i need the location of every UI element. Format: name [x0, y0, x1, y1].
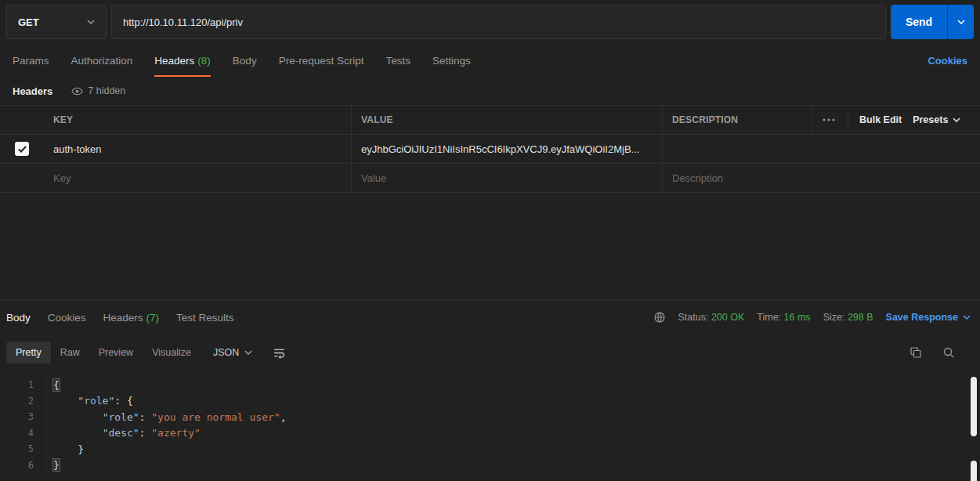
- view-tab-preview[interactable]: Preview: [89, 342, 143, 363]
- presets-dropdown[interactable]: Presets: [913, 114, 960, 125]
- tab-settings[interactable]: Settings: [432, 44, 471, 77]
- view-tab-pretty[interactable]: Pretty: [6, 342, 51, 363]
- send-button[interactable]: Send: [891, 5, 947, 39]
- cookies-link[interactable]: Cookies: [928, 55, 967, 67]
- chevron-down-icon: [953, 118, 960, 122]
- bulk-edit-button[interactable]: Bulk Edit: [859, 114, 902, 125]
- chevron-down-icon: [957, 20, 965, 24]
- header-key-text: auth-token: [53, 143, 101, 155]
- code-text: "role": "you are normal user",: [47, 411, 286, 423]
- send-options-button[interactable]: [947, 5, 974, 39]
- line-number: 4: [0, 425, 47, 442]
- response-tab-body[interactable]: Body: [6, 312, 31, 324]
- format-dropdown[interactable]: JSON: [213, 347, 252, 358]
- line-number: 2: [0, 393, 47, 410]
- tab-pre-request-script[interactable]: Pre-request Script: [279, 44, 364, 77]
- value-input[interactable]: [361, 172, 653, 184]
- size-badge: Size: 298 B: [823, 312, 873, 323]
- response-tab-cookies[interactable]: Cookies: [48, 312, 86, 324]
- scrollbar-thumb[interactable]: [971, 461, 977, 481]
- tab-label: Cookies: [48, 312, 86, 324]
- request-tabs: ParamsAuthorizationHeaders(8)BodyPre-req…: [0, 44, 980, 77]
- hidden-headers-label: 7 hidden: [88, 85, 125, 96]
- column-header-description: DESCRIPTION: [662, 106, 811, 134]
- method-label: GET: [18, 16, 39, 28]
- line-number: 6: [0, 457, 47, 474]
- save-response-button[interactable]: Save Response: [886, 312, 971, 323]
- request-url-bar: GET Send: [0, 0, 980, 44]
- table-row: auth-token eyJhbGciOiJIUzI1NiIsInR5cCI6I…: [0, 135, 980, 164]
- copy-icon[interactable]: [909, 346, 922, 359]
- tab-label: Params: [13, 55, 49, 67]
- hidden-headers-toggle[interactable]: 7 hidden: [71, 85, 125, 97]
- placeholder-value-cell[interactable]: [351, 164, 662, 192]
- code-text: }: [47, 459, 60, 471]
- tab-headers[interactable]: Headers(8): [154, 44, 211, 77]
- headers-meta-row: Headers 7 hidden: [0, 77, 980, 105]
- send-group: Send: [891, 5, 974, 39]
- code-text: {: [47, 379, 60, 391]
- wrap-lines-icon[interactable]: [269, 343, 289, 363]
- request-body-spacer: [0, 193, 980, 299]
- more-options-icon[interactable]: [821, 115, 837, 125]
- response-meta: Status: 200 OK Time: 16 ms Size: 298 B S…: [653, 311, 971, 324]
- divider: [848, 114, 848, 126]
- url-input[interactable]: [111, 5, 886, 39]
- presets-label: Presets: [913, 114, 948, 125]
- tab-count: (8): [197, 55, 211, 67]
- view-tab-raw[interactable]: Raw: [51, 342, 89, 363]
- placeholder-description-cell[interactable]: [662, 164, 980, 192]
- tab-label: Test Results: [176, 312, 234, 324]
- method-select[interactable]: GET: [6, 5, 107, 39]
- code-text: "desc": "azerty": [47, 427, 201, 439]
- line-number: 1: [0, 377, 47, 393]
- response-tab-test-results[interactable]: Test Results: [176, 312, 234, 324]
- response-tools: [909, 346, 974, 359]
- code-line: 4 "desc": "azerty": [0, 425, 980, 442]
- tab-params[interactable]: Params: [13, 44, 49, 77]
- tab-label: Authorization: [71, 55, 133, 67]
- description-input[interactable]: [672, 172, 971, 184]
- column-header-value: VALUE: [351, 106, 662, 134]
- header-key-cell[interactable]: auth-token: [44, 135, 351, 163]
- tab-label: Tests: [385, 55, 410, 67]
- code-line: 1{: [0, 377, 980, 393]
- status-badge: Status: 200 OK: [678, 312, 745, 323]
- chevron-down-icon: [244, 350, 252, 355]
- response-body-code[interactable]: 1{2 "role": {3 "role": "you are normal u…: [0, 371, 980, 481]
- headers-table: KEY VALUE DESCRIPTION Bulk Edit Presets …: [0, 105, 980, 193]
- tab-label: Body: [6, 312, 31, 324]
- response-panel: BodyCookiesHeaders(7)Test Results Status…: [0, 299, 980, 481]
- row-checkbox-cell: [0, 135, 44, 163]
- column-header-key: KEY: [44, 106, 351, 134]
- row-checkbox[interactable]: [15, 142, 29, 156]
- code-line: 5 }: [0, 441, 980, 457]
- header-description-cell[interactable]: [662, 135, 980, 163]
- search-icon[interactable]: [942, 346, 955, 359]
- format-label: JSON: [213, 347, 239, 358]
- tab-body[interactable]: Body: [233, 44, 257, 77]
- tab-label: Headers: [103, 312, 143, 324]
- tab-authorization[interactable]: Authorization: [71, 44, 133, 77]
- tab-tests[interactable]: Tests: [385, 44, 410, 77]
- chevron-down-icon: [963, 315, 971, 320]
- chevron-down-icon: [87, 20, 95, 24]
- table-header-row: KEY VALUE DESCRIPTION Bulk Edit Presets: [0, 106, 980, 135]
- header-value-cell[interactable]: eyJhbGciOiJIUzI1NiIsInR5cCI6IkpXVCJ9.eyJ…: [351, 135, 662, 163]
- tab-label: Settings: [432, 55, 471, 67]
- status-value: 200 OK: [711, 312, 744, 323]
- code-text: "role": {: [47, 395, 133, 407]
- header-checkbox-cell: [0, 106, 44, 134]
- response-tab-headers[interactable]: Headers(7): [103, 312, 160, 324]
- table-placeholder-row: [0, 164, 980, 193]
- line-number: 5: [0, 441, 47, 457]
- view-tab-visualize[interactable]: Visualize: [143, 342, 201, 363]
- scrollbar-thumb[interactable]: [971, 377, 977, 436]
- tab-label: Body: [233, 55, 257, 67]
- network-icon[interactable]: [653, 311, 666, 324]
- tab-label: Pre-request Script: [279, 55, 364, 67]
- key-input[interactable]: [53, 172, 342, 184]
- code-line: 2 "role": {: [0, 393, 980, 410]
- time-badge: Time: 16 ms: [757, 312, 810, 323]
- placeholder-key-cell[interactable]: [44, 164, 351, 192]
